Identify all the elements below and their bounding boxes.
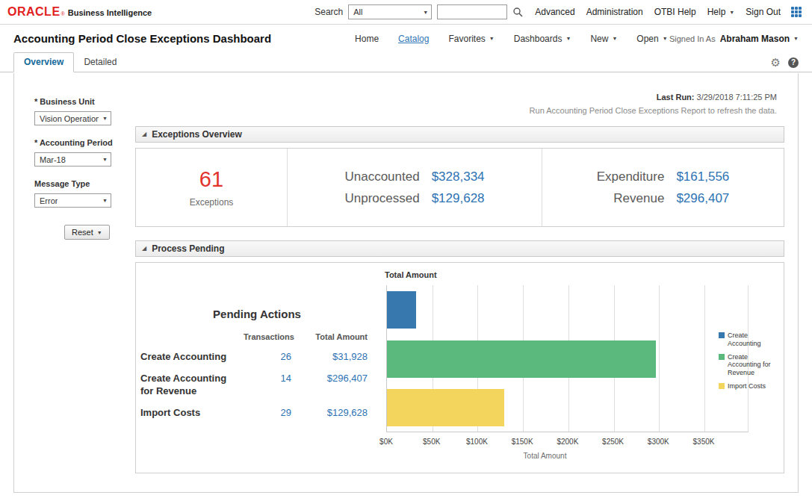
row-label: Create Accounting: [140, 351, 244, 363]
help-menu[interactable]: Help ▼: [707, 7, 735, 17]
search-area: Search All ▼: [314, 4, 523, 19]
process-pending-section: ◢ Process Pending Pending Actions Transa…: [135, 240, 784, 473]
dashboard-content: * Business Unit Vision Operation ▼ * Acc…: [13, 73, 799, 493]
help-menu-label: Help: [707, 7, 726, 17]
accounting-period-value: Mar-18: [40, 155, 66, 164]
chevron-down-icon: ▼: [423, 10, 428, 15]
exceptions-count: 61: [199, 167, 223, 192]
oracle-wordmark: ORACLE: [7, 5, 61, 19]
x-tick-label: $50K: [423, 438, 440, 446]
signed-in-area: Signed In As Abraham Mason ▼: [669, 34, 799, 44]
exceptions-overview-title: Exceptions Overview: [152, 129, 242, 140]
metric-value: $328,334: [432, 169, 485, 184]
search-icon[interactable]: [512, 7, 523, 17]
chevron-down-icon: ▼: [663, 36, 668, 41]
user-name: Abraham Mason: [720, 34, 790, 44]
exceptions-count-label: Exceptions: [190, 197, 234, 208]
gridline: [659, 285, 660, 432]
help-icon[interactable]: ?: [788, 57, 799, 68]
x-tick-label: $100K: [466, 438, 488, 446]
last-run-note: Run Accounting Period Close Exceptions R…: [530, 106, 777, 115]
row-transactions: 14: [244, 373, 291, 384]
legend-item: Create Accounting for Revenue: [719, 353, 783, 377]
prompt-panel: * Business Unit Vision Operation ▼ * Acc…: [34, 97, 135, 240]
message-type-value: Error: [40, 196, 58, 205]
message-type-select[interactable]: Error ▼: [34, 193, 111, 208]
row-label: Create Accounting for Revenue: [140, 373, 244, 397]
apps-grid-icon[interactable]: [791, 7, 802, 17]
tab-toolbar: ⚙ ?: [771, 57, 799, 72]
business-unit-select[interactable]: Vision Operation ▼: [34, 111, 111, 125]
page-title: Accounting Period Close Exceptions Dashb…: [13, 32, 271, 45]
oracle-logo: ORACLE ® Business Intelligence: [7, 5, 152, 19]
exceptions-metrics-left: Unaccounted $328,334 Unprocessed $129,62…: [288, 149, 542, 226]
link-advanced[interactable]: Advanced: [535, 7, 574, 17]
nav-new[interactable]: New ▼: [590, 34, 617, 44]
col-header-total-amount: Total Amount: [291, 332, 368, 341]
chevron-down-icon: ▼: [489, 36, 495, 41]
dashboard-tabs: Overview Detailed ⚙ ?: [0, 52, 812, 72]
signed-in-label: Signed In As: [669, 34, 716, 43]
exceptions-metrics-right: Expenditure $161,556 Revenue $296,407: [542, 149, 784, 226]
x-tick-label: $200K: [557, 438, 578, 446]
link-administration[interactable]: Administration: [586, 7, 643, 17]
row-total: $129,628: [291, 407, 368, 418]
collapse-triangle-icon: ◢: [142, 131, 146, 137]
chevron-down-icon: ▼: [102, 198, 108, 203]
chevron-down-icon: ▼: [612, 36, 617, 41]
bar-chart-plot: [386, 285, 749, 432]
col-header-transactions: Transactions: [244, 332, 291, 341]
chevron-down-icon: ▼: [729, 10, 734, 15]
metric-label: Revenue: [613, 191, 664, 206]
chevron-down-icon: ▼: [565, 36, 571, 41]
row-total: $31,928: [291, 351, 368, 362]
search-input[interactable]: [437, 4, 507, 19]
metric-label: Expenditure: [597, 169, 665, 184]
chart-title: Total Amount: [385, 270, 437, 279]
nav-catalog[interactable]: Catalog: [398, 34, 429, 44]
nav-favorites[interactable]: Favorites ▼: [448, 34, 494, 44]
row-total: $296,407: [291, 373, 368, 384]
link-otbi-help[interactable]: OTBI Help: [654, 7, 696, 17]
last-run-info: Last Run: 3/29/2018 7:11:25 PM Run Accou…: [530, 93, 777, 115]
legend-item: Create Accounting: [719, 332, 783, 348]
top-links: Advanced Administration OTBI Help Help ▼…: [535, 7, 781, 17]
metric-label: Unaccounted: [344, 169, 419, 184]
process-pending-title: Process Pending: [152, 243, 224, 254]
search-label: Search: [314, 7, 343, 17]
chart-x-axis: $0K$50K$100K$150K$200K$250K$300K$350K: [386, 438, 749, 447]
user-menu[interactable]: Abraham Mason ▼: [720, 34, 799, 44]
chart-legend: Create AccountingCreate Accounting for R…: [719, 332, 783, 396]
legend-swatch-icon: [719, 354, 725, 360]
search-scope-select[interactable]: All ▼: [348, 4, 432, 19]
process-pending-header[interactable]: ◢ Process Pending: [135, 240, 784, 257]
accounting-period-select[interactable]: Mar-18 ▼: [34, 152, 111, 167]
nav-open[interactable]: Open ▼: [636, 34, 667, 44]
bar-create-accounting-for-revenue[interactable]: [387, 340, 656, 378]
chevron-down-icon: ▼: [102, 116, 108, 121]
reset-label: Reset: [72, 228, 93, 237]
last-run-label: Last Run:: [657, 93, 695, 102]
nav-favorites-label: Favorites: [448, 34, 485, 44]
gear-icon[interactable]: ⚙: [771, 57, 781, 68]
bar-import-costs[interactable]: [387, 389, 504, 426]
metric-label: Unprocessed: [344, 191, 419, 206]
legend-label: Create Accounting for Revenue: [728, 353, 772, 377]
chevron-down-icon: ▼: [97, 230, 102, 235]
row-transactions: 29: [244, 407, 291, 418]
sign-out-link[interactable]: Sign Out: [746, 7, 781, 17]
registered-mark: ®: [61, 11, 65, 16]
nav-dashboards[interactable]: Dashboards ▼: [514, 34, 571, 44]
global-nav: Home Catalog Favorites ▼ Dashboards ▼ Ne…: [355, 34, 668, 44]
tab-detailed[interactable]: Detailed: [74, 53, 126, 72]
chart-x-axis-label: Total Amount: [386, 452, 704, 460]
exceptions-overview-header[interactable]: ◢ Exceptions Overview: [135, 126, 784, 143]
x-tick-label: $150K: [512, 438, 533, 446]
exceptions-overview-section: ◢ Exceptions Overview 61 Exceptions Unac…: [135, 126, 784, 227]
tab-overview[interactable]: Overview: [13, 52, 74, 72]
bar-create-accounting[interactable]: [387, 291, 416, 329]
reset-button[interactable]: Reset ▼: [64, 225, 110, 240]
x-tick-label: $350K: [693, 438, 715, 446]
nav-home[interactable]: Home: [355, 34, 379, 44]
x-tick-label: $0K: [379, 438, 393, 446]
